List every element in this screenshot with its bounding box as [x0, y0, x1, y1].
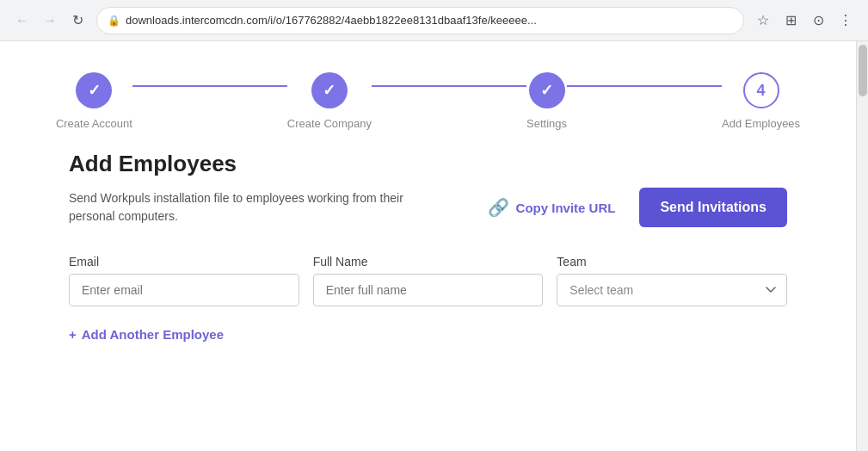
browser-actions: ☆ ⊞ ⊙ ⋮ [751, 9, 858, 33]
account-icon: ⊙ [813, 12, 824, 28]
stepper: ✓ Create Account ✓ Create Company ✓ Sett… [69, 41, 787, 151]
link-icon: 🔗 [488, 197, 509, 218]
copy-invite-button[interactable]: 🔗 Copy Invite URL [477, 190, 626, 225]
page-content: ✓ Create Account ✓ Create Company ✓ Sett… [0, 41, 856, 451]
extensions-button[interactable]: ⊞ [779, 9, 803, 33]
lock-icon: 🔒 [108, 15, 120, 27]
page-header-row: Send Workpuls installation file to emplo… [69, 188, 787, 227]
back-button[interactable]: ← [10, 9, 34, 33]
star-icon: ☆ [757, 12, 769, 28]
employee-form-row: Email Full Name Team Select team [69, 255, 787, 306]
step-settings: ✓ Settings [526, 72, 567, 130]
step-circle-1: ✓ [76, 72, 112, 108]
refresh-button[interactable]: ↻ [65, 9, 89, 33]
connector-2-3 [372, 85, 526, 87]
plus-icon: + [69, 327, 77, 342]
puzzle-icon: ⊞ [785, 12, 797, 28]
send-invitations-button[interactable]: Send Invitations [639, 188, 787, 227]
url-text: downloads.intercomcdn.com/i/o/167762882/… [126, 14, 733, 27]
page-body: Add Employees Send Workpuls installation… [69, 151, 787, 380]
page-title: Add Employees [69, 151, 787, 177]
copy-invite-label: Copy Invite URL [516, 201, 616, 215]
team-group: Team Select team [557, 255, 787, 306]
page-description: Send Workpuls installation file to emplo… [69, 189, 413, 226]
browser-toolbar: ← → ↻ 🔒 downloads.intercomcdn.com/i/o/16… [0, 0, 868, 41]
step-circle-4: 4 [743, 72, 779, 108]
header-actions: 🔗 Copy Invite URL Send Invitations [477, 188, 787, 227]
scrollbar-thumb[interactable] [859, 45, 867, 96]
team-select[interactable]: Select team [557, 274, 787, 306]
step-circle-2: ✓ [311, 72, 348, 108]
team-label: Team [557, 255, 787, 269]
email-label: Email [69, 255, 299, 269]
step-create-company: ✓ Create Company [287, 72, 372, 130]
content-area: ✓ Create Account ✓ Create Company ✓ Sett… [0, 41, 868, 451]
address-bar[interactable]: 🔒 downloads.intercomcdn.com/i/o/16776288… [96, 7, 744, 34]
back-icon: ← [15, 13, 29, 28]
step-label-2: Create Company [287, 117, 372, 130]
refresh-icon: ↻ [72, 12, 83, 28]
step-circle-3: ✓ [529, 72, 565, 108]
add-employee-label: Add Another Employee [82, 327, 224, 342]
email-group: Email [69, 255, 299, 306]
step-add-employees: 4 Add Employees [722, 72, 800, 130]
browser-nav: ← → ↻ [10, 9, 89, 33]
bookmark-button[interactable]: ☆ [751, 9, 775, 33]
forward-button[interactable]: → [38, 9, 62, 33]
step-label-4: Add Employees [722, 117, 800, 130]
add-employee-button[interactable]: + Add Another Employee [69, 324, 224, 345]
menu-button[interactable]: ⋮ [834, 9, 858, 33]
email-input[interactable] [69, 274, 299, 306]
forward-icon: → [43, 13, 57, 28]
fullname-group: Full Name [313, 255, 544, 306]
connector-1-2 [132, 85, 287, 87]
more-icon: ⋮ [839, 12, 853, 28]
connector-3-4 [567, 85, 722, 87]
scrollbar-track[interactable] [856, 41, 868, 451]
step-label-1: Create Account [56, 117, 132, 130]
account-button[interactable]: ⊙ [806, 9, 830, 33]
fullname-label: Full Name [313, 255, 544, 269]
fullname-input[interactable] [313, 274, 544, 306]
step-create-account: ✓ Create Account [56, 72, 132, 130]
step-label-3: Settings [526, 117, 567, 130]
